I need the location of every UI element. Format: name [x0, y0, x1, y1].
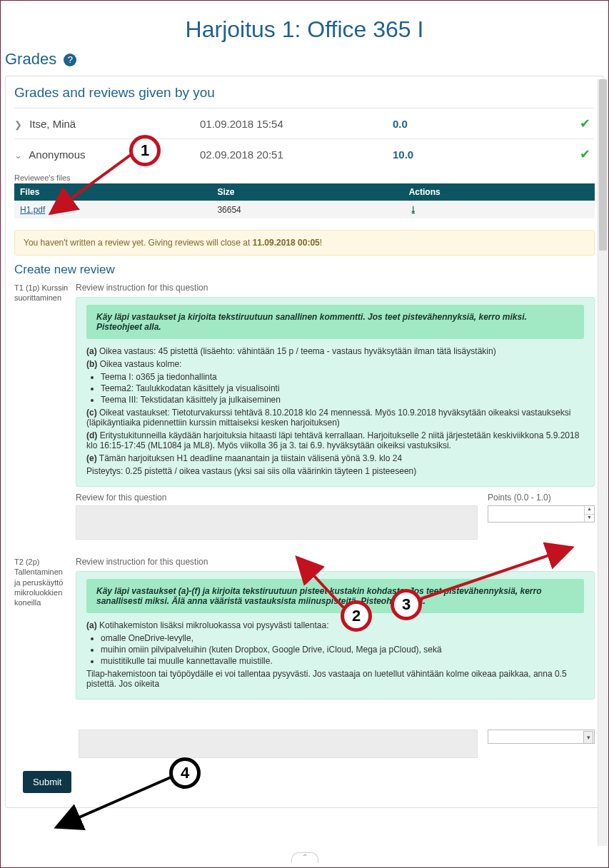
submit-date: 02.09.2018 20:51 [200, 148, 393, 161]
q1-points-input[interactable] [488, 505, 595, 523]
list-item: muistitikulle tai muulle kannettavalle m… [101, 656, 584, 666]
page-frame: Harjoitus 1: Office 365 I Grades ? Grade… [0, 0, 609, 868]
dropdown-icon[interactable]: ▾ [583, 731, 593, 744]
label-a: (a) [86, 346, 97, 356]
chevron-right-icon: ❯ [14, 119, 22, 130]
q2-footer-text: Tilap-hakemistoon tai työpöydälle ei voi… [86, 669, 584, 689]
q1-review-label: Review for this question [76, 493, 478, 503]
download-icon[interactable]: ⭳ [409, 205, 418, 215]
text-a: Oikea vastaus: 45 pistettä (lisäehto: vä… [99, 346, 496, 356]
grades-heading: Grades ? [5, 50, 604, 69]
no-review-alert: You haven't written a review yet. Giving… [14, 230, 595, 256]
label-e: (e) [86, 453, 97, 463]
q2-green-callout: Käy läpi vastaukset (a)-(f) ja kirjoita … [86, 579, 584, 613]
text-a: Kotihakemiston lisäksi mikroluokassa voi… [99, 620, 328, 630]
table-header-row: Files Size Actions [14, 183, 595, 201]
alert-text: You haven't written a review yet. Giving… [24, 238, 253, 248]
reviewee-row-anonymous[interactable]: ⌄ Anonymous 02.09.2018 20:51 10.0 ✔ [14, 138, 595, 169]
text-e: Tämän harjoituksen H1 deadline maanantai… [99, 453, 402, 463]
q2-points-input[interactable] [488, 730, 595, 744]
given-by-you-heading: Grades and reviews given by you [14, 85, 595, 101]
score-value: 0.0 [393, 118, 535, 130]
list-item: Teema III: Tekstidatan käsittely ja julk… [101, 395, 584, 405]
q1-instr-label: Review instruction for this question [76, 283, 595, 293]
page-title: Harjoitus 1: Office 365 I [5, 16, 604, 43]
q2-input-row: ▾ [14, 730, 595, 761]
q1-title: T1 (1p) Kurssin suorittaminen [14, 283, 69, 541]
label-a: (a) [86, 620, 97, 630]
alert-deadline: 11.09.2018 00:05 [253, 238, 320, 248]
text-b: Oikea vastaus kolme: [100, 359, 182, 369]
chevron-down-icon: ⌄ [14, 150, 22, 161]
reviewee-row-self[interactable]: ❯ Itse, Minä 01.09.2018 15:54 0.0 ✔ [14, 108, 595, 138]
check-icon: ✔ [535, 116, 595, 131]
label-c: (c) [86, 408, 97, 418]
question-1: T1 (1p) Kurssin suorittaminen Review ins… [14, 283, 595, 541]
col-actions: Actions [403, 183, 595, 201]
scoring-text: Pisteytys: 0.25 pistettä / oikea vastaus… [86, 466, 584, 476]
col-files: Files [14, 183, 211, 201]
text-d: Eritystukitunneilla käydään harjoituksia… [86, 430, 579, 450]
scrollbar-thumb[interactable] [599, 79, 607, 251]
spinner-icon[interactable]: ▲▼ [584, 506, 594, 522]
col-size: Size [211, 183, 403, 201]
submit-button[interactable]: Submit [23, 771, 71, 793]
list-item: Teema2: Taulukkodatan käsittely ja visua… [101, 383, 584, 393]
q1-instruction-box: Käy läpi vastaukset ja kirjoita tekstiru… [76, 297, 595, 487]
q2-instr-label: Review instruction for this question [76, 557, 595, 567]
score-value: 10.0 [393, 148, 535, 161]
q1-points-label: Points (0.0 - 1.0) [488, 493, 595, 503]
file-link[interactable]: H1.pdf [20, 205, 45, 215]
files-label: Reviewee's files [14, 173, 595, 182]
list-item: muihin omiin pilvipalveluihin (kuten Dro… [101, 645, 584, 655]
check-icon: ✔ [535, 146, 595, 162]
alert-suffix: ! [320, 238, 322, 248]
reviewee-name: Itse, Minä [29, 118, 76, 130]
help-icon[interactable]: ? [64, 54, 76, 66]
grades-panel: Grades and reviews given by you ❯ Itse, … [5, 76, 604, 808]
list-item: Teema I: o365 ja tiedonhallinta [101, 372, 584, 382]
scrollbar[interactable] [598, 79, 608, 846]
label-d: (d) [86, 430, 97, 440]
q2-instruction-box: Käy läpi vastaukset (a)-(f) ja kirjoita … [76, 571, 595, 700]
q1-review-input[interactable] [76, 505, 478, 540]
q2-title: T2 (2p) Tallentaminen ja peruskäyttö mik… [14, 557, 69, 700]
text-c: Oikeat vastaukset: Tietoturvakurssi teht… [86, 408, 570, 428]
q2-review-input[interactable] [79, 730, 478, 758]
expand-tab[interactable]: ⌃ [291, 852, 318, 863]
submit-date: 01.09.2018 15:54 [200, 118, 393, 130]
create-review-heading: Create new review [14, 263, 595, 277]
reviewee-name: Anonymous [29, 148, 85, 161]
label-b: (b) [86, 359, 97, 369]
files-table: Files Size Actions H1.pdf 36654 ⭳ [14, 183, 595, 218]
file-size: 36654 [211, 201, 403, 219]
q1-green-callout: Käy läpi vastaukset ja kirjoita tekstiru… [86, 305, 584, 339]
list-item: omalle OneDrive-levylle, [101, 633, 584, 643]
grades-heading-text: Grades [5, 50, 56, 68]
table-row: H1.pdf 36654 ⭳ [14, 201, 595, 219]
question-2: T2 (2p) Tallentaminen ja peruskäyttö mik… [14, 557, 595, 700]
